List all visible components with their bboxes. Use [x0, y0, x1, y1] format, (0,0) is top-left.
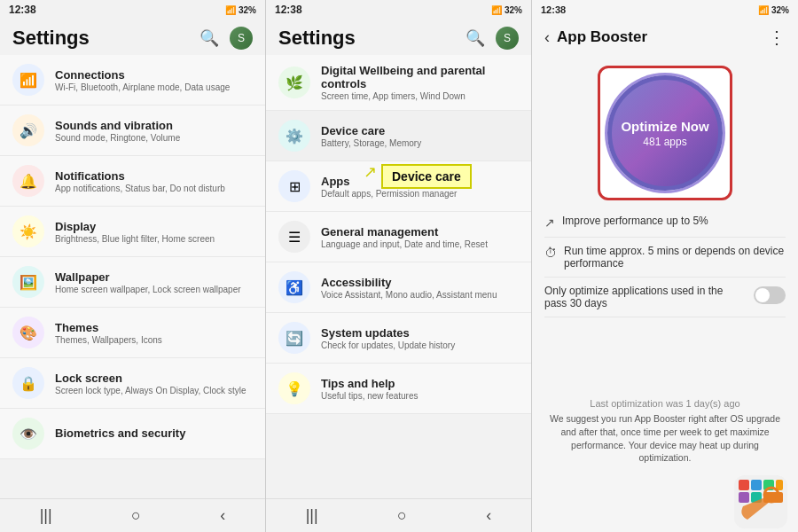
settings-item-themes[interactable]: 🎨 Themes Themes, Wallpapers, Icons — [0, 308, 265, 358]
themes-title: Themes — [55, 321, 253, 334]
settings-item-display[interactable]: ☀️ Display Brightness, Blue light filter… — [0, 207, 265, 257]
nav-back-2[interactable]: ‹ — [486, 506, 491, 525]
sounds-subtitle: Sound mode, Ringtone, Volume — [55, 133, 253, 143]
tool-icon — [734, 475, 787, 528]
settings-item-systemupdates[interactable]: 🔄 System updates Check for updates, Upda… — [266, 313, 531, 364]
themes-subtitle: Themes, Wallpapers, Icons — [55, 335, 253, 345]
ab-info-performance: ↗ Improve performance up to 5% — [544, 207, 786, 238]
avatar-1[interactable]: S — [230, 27, 253, 50]
settings-item-wellbeing[interactable]: 🌿 Digital Wellbeing and parental control… — [266, 55, 531, 111]
biometrics-text: Biometrics and security — [55, 426, 253, 441]
status-bar-1: 12:38 📶 32% — [0, 0, 265, 20]
ab-battery: 32% — [771, 5, 789, 15]
settings-list-2: 🌿 Digital Wellbeing and parental control… — [266, 55, 531, 498]
settings-item-wallpaper[interactable]: 🖼️ Wallpaper Home screen wallpaper, Lock… — [0, 257, 265, 308]
performance-icon: ↗ — [544, 215, 555, 230]
settings-item-tipshelp[interactable]: 💡 Tips and help Useful tips, new feature… — [266, 364, 531, 414]
wallpaper-subtitle: Home screen wallpaper, Lock screen wallp… — [55, 285, 253, 294]
optimize-circle-container: Optimize Now 481 apps — [532, 55, 798, 207]
status-icons-1: 📶 32% — [225, 5, 256, 15]
ab-more-button[interactable]: ⋮ — [768, 27, 786, 48]
signal-icon-1: 📶 — [225, 5, 236, 15]
tipshelp-title: Tips and help — [321, 377, 519, 390]
ab-status-bar: 12:38 📶 32% — [532, 0, 798, 20]
settings-item-sounds[interactable]: 🔊 Sounds and vibration Sound mode, Ringt… — [0, 106, 265, 156]
notifications-text: Notifications App notifications, Status … — [55, 169, 253, 193]
status-icons-2: 📶 32% — [491, 5, 522, 15]
battery-1: 32% — [239, 5, 256, 15]
svg-rect-1 — [739, 480, 749, 490]
general-icon: ☰ — [278, 221, 310, 253]
header-icons-1: 🔍 S — [200, 27, 253, 50]
wallpaper-title: Wallpaper — [55, 270, 253, 284]
ab-header: ‹ App Booster ⋮ — [532, 20, 798, 55]
nav-home-2[interactable]: ○ — [397, 506, 407, 525]
settings-title-2: Settings — [278, 27, 356, 50]
systemupdates-title: System updates — [321, 326, 519, 340]
biometrics-title: Biometrics and security — [55, 426, 253, 440]
panel-app-booster: 12:38 📶 32% ‹ App Booster ⋮ Optimize Now… — [532, 0, 798, 532]
nav-menu-1[interactable]: ||| — [40, 506, 52, 525]
ab-header-left: ‹ App Booster — [544, 28, 647, 47]
search-icon-2[interactable]: 🔍 — [466, 28, 485, 48]
runtime-text: Run time approx. 5 mins or depends on de… — [564, 245, 786, 270]
suggestion-text: We suggest you run App Booster right aft… — [544, 412, 786, 465]
wellbeing-text: Digital Wellbeing and parental controls … — [321, 64, 519, 101]
panel-settings-2: 12:38 📶 32% Settings 🔍 S 🌿 Digital Wellb… — [266, 0, 532, 532]
devicecare-title: Device care — [321, 124, 519, 137]
general-subtitle: Language and input, Date and time, Reset — [321, 239, 519, 249]
search-icon-1[interactable]: 🔍 — [200, 28, 219, 48]
wellbeing-icon: 🌿 — [278, 66, 310, 98]
devicecare-icon: ⚙️ — [278, 120, 310, 152]
toggle-label: Only optimize applications used in the p… — [544, 285, 747, 309]
settings-item-biometrics[interactable]: 👁️ Biometrics and security — [0, 409, 265, 459]
settings-item-apps[interactable]: ⊞ Apps Default apps, Permission manager — [266, 161, 531, 212]
systemupdates-subtitle: Check for updates, Update history — [321, 340, 519, 350]
general-text: General management Language and input, D… — [321, 225, 519, 249]
settings-item-accessibility[interactable]: ♿ Accessibility Voice Assistant, Mono au… — [266, 262, 531, 313]
wallpaper-icon: 🖼️ — [12, 266, 44, 298]
last-optimization-text: Last optimization was 1 day(s) ago — [544, 398, 786, 409]
ab-time: 12:38 — [541, 4, 566, 15]
settings-item-general[interactable]: ☰ General management Language and input,… — [266, 212, 531, 262]
settings-item-devicecare[interactable]: ⚙️ Device care Battery, Storage, Memory — [266, 111, 531, 161]
wellbeing-title: Digital Wellbeing and parental controls — [321, 64, 519, 90]
optimize-circle[interactable]: Optimize Now 481 apps — [607, 75, 723, 191]
systemupdates-icon: 🔄 — [278, 322, 310, 354]
settings-title-1: Settings — [12, 27, 90, 50]
settings-item-lockscreen[interactable]: 🔒 Lock screen Screen lock type, Always O… — [0, 358, 265, 409]
settings-item-connections[interactable]: 📶 Connections Wi-Fi, Bluetooth, Airplane… — [0, 55, 265, 106]
nav-bar-2: ||| ○ ‹ — [266, 498, 531, 532]
settings-list-1: 📶 Connections Wi-Fi, Bluetooth, Airplane… — [0, 55, 265, 498]
devicecare-text: Device care Battery, Storage, Memory — [321, 124, 519, 148]
notifications-icon: 🔔 — [12, 165, 44, 197]
apps-subtitle: Default apps, Permission manager — [321, 189, 519, 199]
optimize-toggle[interactable] — [754, 286, 786, 304]
lockscreen-title: Lock screen — [55, 372, 253, 385]
notifications-title: Notifications — [55, 169, 253, 183]
apps-text: Apps Default apps, Permission manager — [321, 175, 519, 199]
nav-back-1[interactable]: ‹ — [220, 506, 225, 525]
display-subtitle: Brightness, Blue light filter, Home scre… — [55, 234, 253, 244]
ab-info-list: ↗ Improve performance up to 5% ⏱ Run tim… — [532, 207, 798, 391]
tipshelp-icon: 💡 — [278, 372, 310, 404]
lockscreen-icon: 🔒 — [12, 367, 44, 399]
ab-title: App Booster — [557, 28, 647, 46]
optimize-circle-border: Optimize Now 481 apps — [598, 66, 732, 200]
time-2: 12:38 — [275, 4, 302, 16]
status-bar-2: 12:38 📶 32% — [266, 0, 531, 20]
apps-icon: ⊞ — [278, 170, 310, 202]
performance-text: Improve performance up to 5% — [562, 215, 786, 227]
nav-menu-2[interactable]: ||| — [306, 506, 318, 525]
optimize-label: Optimize Now — [621, 119, 708, 134]
nav-home-1[interactable]: ○ — [131, 506, 141, 525]
sounds-text: Sounds and vibration Sound mode, Rington… — [55, 119, 253, 143]
wallpaper-text: Wallpaper Home screen wallpaper, Lock sc… — [55, 270, 253, 294]
lockscreen-subtitle: Screen lock type, Always On Display, Clo… — [55, 386, 253, 395]
themes-text: Themes Themes, Wallpapers, Icons — [55, 321, 253, 345]
ab-back-button[interactable]: ‹ — [544, 28, 550, 47]
settings-item-notifications[interactable]: 🔔 Notifications App notifications, Statu… — [0, 156, 265, 207]
sounds-icon: 🔊 — [12, 114, 44, 146]
avatar-2[interactable]: S — [496, 27, 519, 50]
accessibility-title: Accessibility — [321, 276, 519, 289]
